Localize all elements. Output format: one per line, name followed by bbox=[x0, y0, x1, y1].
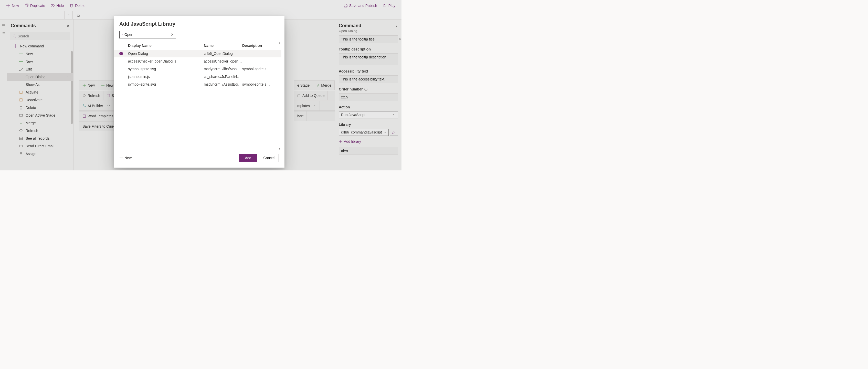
new-button[interactable]: New bbox=[4, 2, 22, 9]
info-icon[interactable] bbox=[364, 87, 368, 91]
chevron-down-icon bbox=[107, 105, 110, 107]
table-row[interactable]: jspanel.min.jscc_shared/JsPanel/4.6.0/..… bbox=[114, 73, 281, 81]
refresh-icon bbox=[83, 94, 86, 97]
ai-icon bbox=[83, 104, 86, 108]
ribbon-add-to-queue[interactable]: Add to Queue bbox=[294, 91, 328, 100]
cmd-item-assign[interactable]: Assign bbox=[7, 150, 73, 158]
ribbon-merge[interactable]: Merge bbox=[313, 81, 335, 90]
more-icon[interactable]: ⋯ bbox=[67, 75, 71, 79]
delete-button[interactable]: Delete bbox=[67, 2, 88, 9]
label: New bbox=[26, 59, 33, 63]
tree-icon[interactable] bbox=[2, 23, 5, 27]
cancel-button[interactable]: Cancel bbox=[259, 154, 279, 162]
modal-search[interactable]: ✕ bbox=[119, 31, 176, 38]
list-icon[interactable] bbox=[2, 32, 5, 36]
equals-button[interactable]: = bbox=[64, 11, 73, 19]
cell-name: cc_shared/JsPanel/4.6.0/... bbox=[204, 75, 242, 79]
cmd-item-merge[interactable]: Merge bbox=[7, 119, 73, 127]
label: Add to Queue bbox=[302, 93, 324, 97]
activate-icon bbox=[19, 90, 23, 94]
svg-point-11 bbox=[85, 106, 86, 107]
table-header: Display Name Name Description bbox=[114, 41, 281, 50]
cmd-item-refresh[interactable]: Refresh bbox=[7, 127, 73, 135]
left-rail bbox=[0, 20, 7, 170]
accessibility-input[interactable] bbox=[339, 75, 398, 83]
person-icon bbox=[19, 152, 23, 156]
save-publish-button[interactable]: Save and Publish bbox=[341, 2, 380, 9]
library-select[interactable]: crfb6_commandjavascript bbox=[339, 129, 389, 136]
ribbon-ai-builder[interactable]: AI Builder bbox=[80, 101, 113, 110]
modal-close-button[interactable] bbox=[273, 21, 279, 27]
duplicate-button[interactable]: Duplicate bbox=[22, 2, 48, 9]
table-row[interactable]: symbol-sprite.svgmsdyncrm_/AssistEditCo.… bbox=[114, 81, 281, 88]
modal-scrollbar[interactable]: ▲ ▼ bbox=[278, 41, 281, 151]
tooltip-title-input[interactable] bbox=[339, 35, 398, 43]
ribbon-mplates[interactable]: mplates bbox=[294, 101, 320, 110]
plus-icon bbox=[83, 84, 86, 87]
clear-search-button[interactable]: ✕ bbox=[171, 32, 174, 37]
library-label: Library bbox=[339, 122, 398, 126]
value: crfb6_commandjavascript bbox=[341, 130, 382, 134]
svg-rect-0 bbox=[25, 5, 27, 7]
command-subtitle: Open Dialog bbox=[335, 29, 401, 35]
alert-input[interactable] bbox=[339, 147, 398, 155]
scroll-down-icon[interactable]: ▼ bbox=[278, 147, 281, 151]
cmd-item-new-2[interactable]: New bbox=[7, 58, 73, 65]
cmd-item-edit[interactable]: Edit bbox=[7, 65, 73, 73]
queue-icon bbox=[297, 94, 301, 97]
scroll-up-icon[interactable] bbox=[399, 37, 401, 39]
cmd-item-show-as[interactable]: Show As bbox=[7, 81, 73, 88]
table-row[interactable]: symbol-sprite.svgmsdyncrm_/libs/Monaco..… bbox=[114, 65, 281, 73]
accessibility-label: Accessibility text bbox=[339, 69, 398, 73]
col-description[interactable]: Description bbox=[242, 44, 281, 48]
svg-rect-12 bbox=[83, 115, 86, 118]
modal-search-input[interactable] bbox=[124, 32, 169, 37]
play-button[interactable]: Play bbox=[380, 2, 398, 9]
chevron-right-icon[interactable] bbox=[395, 25, 398, 27]
label: Duplicate bbox=[30, 4, 45, 8]
modal-new-button[interactable]: New bbox=[119, 156, 132, 160]
label: New bbox=[88, 83, 95, 87]
cell-name: accessChecker_openDial... bbox=[204, 59, 242, 63]
cmd-item-delete[interactable]: Delete bbox=[7, 104, 73, 111]
tooltip-desc-input[interactable]: This is the tooltip description. bbox=[339, 53, 398, 65]
cmd-item-open-dialog[interactable]: Open Dialog⋯ bbox=[7, 73, 73, 81]
cmd-item-send-direct-email[interactable]: Send Direct Email bbox=[7, 142, 73, 150]
fx-label: fx bbox=[73, 11, 85, 19]
label: Open Dialog bbox=[26, 75, 45, 79]
add-button[interactable]: Add bbox=[239, 154, 257, 162]
cmd-item-open-active-stage[interactable]: Open Active Stage bbox=[7, 111, 73, 119]
hide-button[interactable]: Hide bbox=[48, 2, 66, 9]
word-icon bbox=[83, 114, 86, 118]
col-display-name[interactable]: Display Name bbox=[128, 44, 204, 48]
table-row[interactable]: accessChecker_openDialog.jsaccessChecker… bbox=[114, 57, 281, 65]
add-library-link[interactable]: Add library bbox=[339, 138, 398, 145]
cmd-item-activate[interactable]: Activate bbox=[7, 88, 73, 96]
ribbon-refresh[interactable]: Refresh bbox=[80, 91, 103, 100]
order-label: Order number bbox=[339, 87, 398, 91]
cmd-item-new[interactable]: New bbox=[7, 50, 73, 58]
plus-icon bbox=[13, 44, 18, 48]
close-panel-button[interactable]: ✕ bbox=[67, 24, 70, 28]
cmd-item-see-all-records[interactable]: See all records bbox=[7, 135, 73, 142]
ribbon-hart[interactable]: hart bbox=[294, 111, 307, 121]
chevron-down-icon bbox=[59, 14, 62, 17]
col-name[interactable]: Name bbox=[204, 44, 242, 48]
library-edit-button[interactable] bbox=[390, 129, 398, 136]
deactivate-icon bbox=[19, 98, 23, 102]
new-command-button[interactable]: New command bbox=[7, 42, 73, 50]
order-input[interactable] bbox=[339, 93, 398, 101]
ribbon-e-stage[interactable]: e Stage bbox=[294, 81, 313, 90]
stage-icon bbox=[19, 113, 23, 117]
action-select[interactable]: Run JavaScript bbox=[339, 111, 398, 118]
checkmark-icon: ✓ bbox=[119, 52, 123, 55]
formula-selector[interactable] bbox=[0, 11, 64, 19]
cmd-item-deactivate[interactable]: Deactivate bbox=[7, 96, 73, 104]
scroll-up-icon[interactable]: ▲ bbox=[278, 41, 281, 45]
commands-search[interactable] bbox=[10, 32, 70, 40]
svg-point-2 bbox=[13, 35, 16, 37]
ribbon-new[interactable]: New bbox=[80, 81, 98, 90]
commands-search-input[interactable] bbox=[18, 34, 68, 38]
table-row[interactable]: ✓Open Dialogcrfb6_OpenDialog bbox=[114, 50, 281, 57]
chevron-down-icon bbox=[384, 131, 386, 134]
